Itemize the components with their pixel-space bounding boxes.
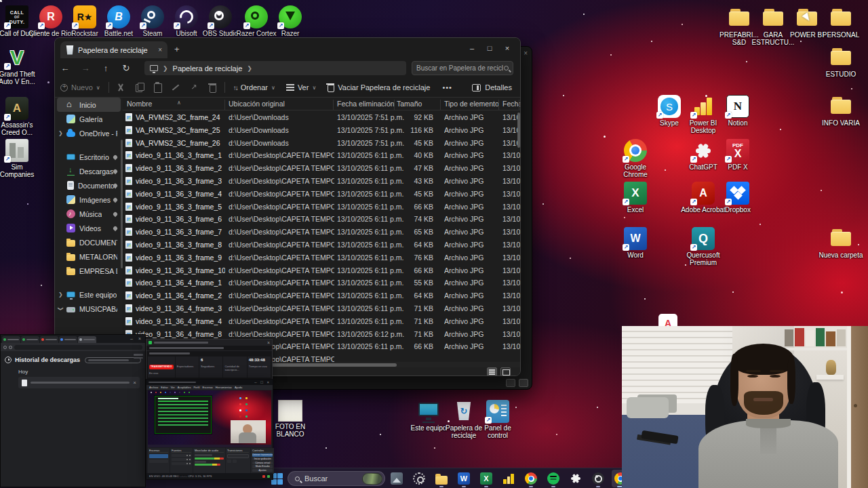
vertical-scrollbar[interactable] (517, 113, 520, 357)
remove-transition-button[interactable] (233, 460, 237, 463)
stats-titlebar[interactable]: × (146, 340, 272, 346)
close-icon[interactable]: × (267, 340, 270, 345)
obs-button-ajustes[interactable]: Ajustes (252, 469, 273, 472)
taskbar-icon-excel[interactable]: X (477, 470, 495, 487)
obs-menu-item[interactable]: Ver (171, 386, 175, 389)
file-row[interactable]: video_9_11_36_4_frame_3d:\User\Desktop\C… (123, 302, 521, 315)
file-row[interactable]: video_9_11_36_4_frame_2d:\User\Desktop\C… (123, 289, 521, 302)
column-header[interactable]: Nombre (127, 100, 152, 108)
view-toggle-icon[interactable] (506, 379, 515, 387)
column-header[interactable]: Ubicación original (229, 100, 285, 108)
taskbar-search[interactable]: Buscar (288, 471, 385, 486)
details-pane-button[interactable]: Detalles (472, 83, 512, 92)
taskbar-icon-power-bi[interactable] (500, 470, 517, 487)
download-item[interactable]: × (18, 377, 140, 388)
taskbar-icon-chatgpt[interactable] (567, 470, 585, 487)
mixer-dock[interactable]: Mezclador de audio (193, 448, 225, 474)
scene-item[interactable] (149, 460, 168, 463)
scene-item-selected[interactable] (149, 454, 168, 458)
taskbar-icon-obs-studio[interactable] (589, 470, 607, 487)
file-row[interactable]: VA_RVMS2_3C_frame_26d:\User\Downloads13/… (123, 137, 521, 150)
desktop-icon-info-varia[interactable]: INFO VARIA (818, 95, 864, 127)
search-icon[interactable] (504, 66, 509, 70)
rename-icon[interactable] (171, 83, 180, 92)
obs-menu-item[interactable]: Herramientas (216, 386, 232, 389)
desktop-icon-excel[interactable]: XExcel (612, 182, 658, 214)
breadcrumb[interactable]: ❯ Papelera de reciclaje ❯ (144, 61, 406, 75)
paste-icon[interactable] (153, 83, 162, 92)
forward-icon[interactable] (9, 346, 12, 349)
explorer-tab[interactable]: Papelera de reciclaje × (60, 41, 167, 58)
new-tab-button[interactable]: + (174, 44, 180, 54)
window-controls[interactable]: – □ × (254, 380, 271, 384)
taskbar-icon-spotify[interactable] (545, 470, 562, 487)
window-controls[interactable]: – × (130, 336, 143, 341)
sidebar-item-m-sica[interactable]: Música (57, 207, 121, 221)
browser-tab[interactable] (59, 336, 77, 343)
sidebar-item-musicpaba[interactable]: ❯MUSICPABA (57, 302, 121, 316)
file-row[interactable]: video_9_11_36_3_frame_2d:\User\Desktop\C… (123, 162, 521, 175)
close-button[interactable]: × (498, 44, 516, 52)
address-bar[interactable] (14, 345, 142, 350)
desktop-icon-foto-en-blanco[interactable]: FOTO EN BLANCO (267, 400, 313, 438)
browser-tab[interactable] (2, 336, 20, 343)
sidebar-item-document[interactable]: DOCUMENT (57, 235, 121, 249)
obs-titlebar[interactable]: – □ × (146, 380, 273, 385)
source-item[interactable] (172, 454, 191, 457)
sidebar-item-documentos[interactable]: Documentos (57, 178, 121, 192)
obs-menu-item[interactable]: Archivo (149, 386, 158, 389)
thumbnail-view-icon[interactable] (500, 367, 511, 376)
minimize-button[interactable]: – (463, 44, 481, 52)
desktop-icon-panel-de-control[interactable]: Panel de control (475, 400, 521, 439)
obs-preview[interactable] (148, 390, 271, 447)
taskbar-icon-photos[interactable] (388, 470, 406, 487)
controls-dock[interactable]: Controles Detener transmisiónIniciar gra… (251, 448, 274, 474)
obs-menu-item[interactable]: Ayuda (235, 386, 242, 389)
maximize-button[interactable]: □ (481, 44, 498, 52)
transitions-dock[interactable]: Transiciones (226, 448, 250, 474)
close-icon[interactable]: × (524, 49, 528, 57)
desktop-icon-pdf-x[interactable]: PDFXPDF X (715, 139, 761, 171)
file-row[interactable]: video_9_11_36_3_frame_5d:\User\Desktop\C… (123, 201, 521, 214)
desktop-icon-personal[interactable]: PERSONAL (818, 7, 864, 39)
file-row[interactable]: video_9_11_36_3_frame_6d:\User\Desktop\C… (123, 213, 521, 226)
file-row[interactable]: video_9_11_36_3_frame_3d:\User\Desktop\C… (123, 175, 521, 188)
desktop-icon-nueva-carpeta[interactable]: Nueva carpeta (818, 227, 864, 259)
sidebar-item-escritorio[interactable]: Escritorio (57, 150, 121, 164)
browser-tab-active[interactable] (78, 336, 96, 343)
column-header[interactable]: Tipo de elemento (444, 100, 499, 108)
scenes-dock[interactable]: Escenas (148, 448, 170, 474)
desktop-icon-estudio[interactable]: ESTUDIO (818, 46, 864, 78)
sidebar-item-inicio[interactable]: Inicio (57, 98, 121, 112)
file-row[interactable]: video_9_11_36_3_frame_7d:\User\Desktop\C… (123, 226, 521, 239)
sort-button[interactable]: ↑↓Ordenar∨ (228, 83, 281, 92)
add-transition-button[interactable] (227, 460, 231, 463)
cut-icon[interactable] (116, 83, 125, 92)
desktop-icon-assassins-creed[interactable]: AAssassin's Creed O... (0, 97, 40, 136)
details-view-icon[interactable] (487, 367, 497, 376)
column-header[interactable]: Tamaño (397, 100, 422, 108)
taskbar-icon-chrome[interactable] (522, 470, 540, 487)
file-row[interactable]: VA_RVMS2_3C_frame_24d:\User\Downloads13/… (123, 111, 521, 124)
chevron-icon[interactable]: ❯ (58, 306, 64, 311)
file-row[interactable]: video_9_11_36_4_frame_4d:\User\Desktop\C… (123, 315, 521, 328)
file-row[interactable]: video_9_11_36_3_frame_4d:\User\Desktop\C… (123, 188, 521, 201)
view-button[interactable]: Ver∨ (281, 83, 321, 92)
file-row[interactable]: video_9_11_36_4_frame_1d:\User\Desktop\C… (123, 277, 521, 289)
file-row[interactable]: VA_RVMS2_3C_frame_25d:\User\Downloads13/… (123, 124, 521, 137)
remove-download-icon[interactable]: × (133, 380, 136, 386)
file-row[interactable]: video_9_11_36_3_frame_1d:\User\Desktop\C… (123, 149, 521, 162)
taskbar-icon-settings[interactable] (410, 470, 428, 487)
chevron-icon[interactable]: ❯ (58, 291, 63, 298)
forward-icon[interactable]: → (75, 63, 96, 73)
sidebar-scrollbar[interactable] (121, 140, 123, 268)
copy-icon[interactable] (134, 83, 144, 92)
explorer-search-input[interactable]: Buscar en Papelera de recicl (412, 61, 513, 75)
file-row[interactable]: video_9_11_36_3_frame_10d:\User\Desktop\… (123, 264, 521, 277)
desktop-icon-gta-v[interactable]: VGrand Theft Auto V En... (0, 46, 40, 85)
desktop-icon-word[interactable]: WWord (612, 227, 658, 259)
desktop-icon-sim-companies[interactable]: Sim Companies (0, 139, 40, 178)
obs-button-modo-estudio[interactable]: Modo Estudio (252, 465, 273, 468)
obs-button-c-mara-virtual[interactable]: Cámara virtual (252, 462, 273, 465)
obs-button-iniciar-grabaci-n[interactable]: Iniciar grabación (252, 458, 273, 461)
